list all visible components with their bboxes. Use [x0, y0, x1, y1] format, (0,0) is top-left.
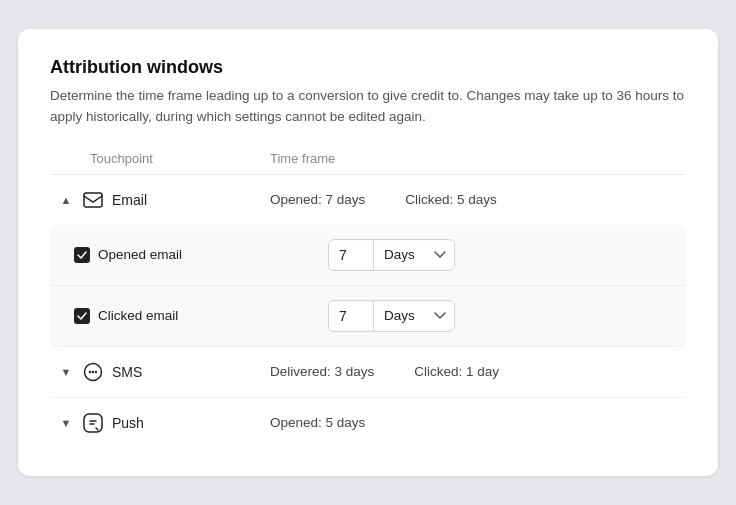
email-timeframe-2: Clicked: 5 days [405, 192, 497, 207]
email-touchpoint-cell: Email [82, 189, 270, 211]
col-header-touchpoint: Touchpoint [50, 151, 270, 166]
svg-point-2 [89, 371, 91, 373]
clicked-email-unit-select[interactable]: Days Hours Weeks [374, 302, 454, 329]
opened-email-input-group: 7 Days Hours Weeks [328, 239, 455, 271]
email-expanded-section: Opened email 7 Days Hours Weeks C [50, 225, 686, 347]
opened-email-checkbox-area[interactable] [66, 247, 98, 263]
row-sms: ▼ SMS Delivered: 3 days Clicked: 1 day [50, 347, 686, 398]
svg-point-4 [95, 371, 97, 373]
svg-rect-5 [84, 414, 102, 432]
expand-sms-button[interactable]: ▼ [50, 366, 82, 378]
svg-rect-0 [84, 193, 102, 207]
email-icon [82, 189, 104, 211]
opened-email-label: Opened email [98, 247, 248, 262]
attribution-windows-card: Attribution windows Determine the time f… [18, 29, 718, 476]
clicked-email-days-input[interactable]: 7 [329, 302, 373, 330]
svg-point-3 [92, 371, 94, 373]
card-description: Determine the time frame leading up to a… [50, 86, 686, 127]
push-icon [82, 412, 104, 434]
sms-timeframe-2: Clicked: 1 day [414, 364, 499, 379]
expand-push-button[interactable]: ▼ [50, 417, 82, 429]
table-header: Touchpoint Time frame [50, 151, 686, 175]
push-timeframe-cell: Opened: 5 days [270, 415, 686, 430]
push-touchpoint-cell: Push [82, 412, 270, 434]
col-header-timeframe: Time frame [270, 151, 686, 166]
sms-timeframe-1: Delivered: 3 days [270, 364, 374, 379]
chevron-down-icon-sms: ▼ [61, 366, 72, 378]
chevron-down-icon-push: ▼ [61, 417, 72, 429]
email-timeframe-cell: Opened: 7 days Clicked: 5 days [270, 192, 686, 207]
email-label: Email [112, 192, 147, 208]
opened-email-unit-select[interactable]: Days Hours Weeks [374, 241, 454, 268]
sms-touchpoint-cell: SMS [82, 361, 270, 383]
clicked-email-label: Clicked email [98, 308, 248, 323]
sms-timeframe-cell: Delivered: 3 days Clicked: 1 day [270, 364, 686, 379]
opened-email-checkbox[interactable] [74, 247, 90, 263]
row-push: ▼ Push Opened: 5 days [50, 398, 686, 448]
push-label: Push [112, 415, 144, 431]
email-timeframe-1: Opened: 7 days [270, 192, 365, 207]
row-email: ▲ Email Opened: 7 days Clicked: 5 days [50, 175, 686, 225]
expand-email-button[interactable]: ▲ [50, 194, 82, 206]
clicked-email-checkbox[interactable] [74, 308, 90, 324]
chevron-up-icon: ▲ [61, 194, 72, 206]
sms-label: SMS [112, 364, 142, 380]
clicked-email-checkbox-area[interactable] [66, 308, 98, 324]
card-title: Attribution windows [50, 57, 686, 78]
opened-email-days-input[interactable]: 7 [329, 241, 373, 269]
sub-row-opened-email: Opened email 7 Days Hours Weeks [50, 225, 686, 285]
sms-icon [82, 361, 104, 383]
sub-row-clicked-email: Clicked email 7 Days Hours Weeks [50, 285, 686, 346]
push-timeframe-1: Opened: 5 days [270, 415, 365, 430]
clicked-email-input-group: 7 Days Hours Weeks [328, 300, 455, 332]
